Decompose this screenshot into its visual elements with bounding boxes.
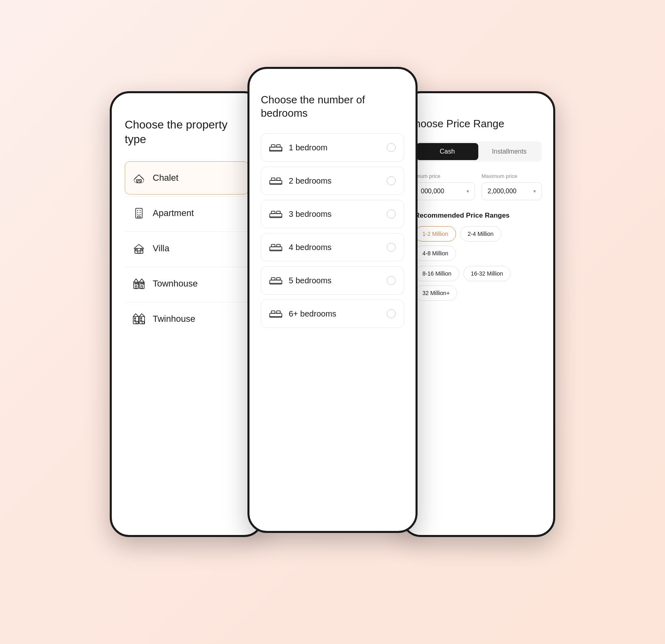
property-item-chalet[interactable]: Chalet bbox=[125, 161, 249, 195]
svg-rect-39 bbox=[277, 211, 280, 214]
svg-rect-20 bbox=[141, 286, 143, 289]
svg-rect-30 bbox=[271, 145, 275, 147]
min-price-label: imum price bbox=[415, 173, 475, 179]
bedroom-count-title: Choose the number of bedrooms bbox=[261, 93, 404, 121]
screen-bedroom-count: Choose the number of bedrooms bbox=[247, 67, 418, 533]
svg-rect-17 bbox=[141, 283, 142, 284]
screens-container: Choose the property type Chalet bbox=[110, 59, 555, 586]
payment-tabs: Cash Installments bbox=[415, 141, 542, 162]
price-tags-row1: 1-2 Million 2-4 Million 4-8 Million bbox=[415, 226, 542, 261]
townhouse-label: Townhouse bbox=[153, 278, 198, 289]
svg-rect-25 bbox=[141, 318, 142, 319]
tab-installments[interactable]: Installments bbox=[478, 143, 540, 160]
max-price-group: Maximum price 2,000,000 ▾ bbox=[482, 173, 542, 200]
svg-rect-27 bbox=[136, 321, 138, 324]
svg-rect-15 bbox=[135, 283, 136, 284]
radio-3[interactable] bbox=[387, 210, 396, 218]
svg-rect-12 bbox=[141, 249, 142, 251]
bedroom-label-1: 1 bedroom bbox=[289, 143, 328, 152]
bed-icon-3 bbox=[269, 209, 282, 219]
svg-rect-51 bbox=[277, 311, 280, 313]
price-tag-4-8m[interactable]: 4-8 Million bbox=[415, 246, 456, 261]
svg-rect-8 bbox=[138, 216, 140, 218]
svg-rect-16 bbox=[137, 283, 138, 284]
apartment-icon bbox=[132, 206, 146, 220]
svg-rect-0 bbox=[136, 180, 141, 183]
bedroom-label-5: 5 bedrooms bbox=[289, 276, 332, 285]
bed-icon-5 bbox=[269, 276, 282, 285]
townhouse-icon bbox=[132, 276, 146, 291]
twinhouse-icon bbox=[132, 312, 146, 326]
price-range-title: hoose Price Range bbox=[415, 118, 542, 130]
property-item-villa[interactable]: Villa bbox=[125, 232, 249, 265]
radio-1[interactable] bbox=[387, 143, 396, 152]
radio-5[interactable] bbox=[387, 276, 396, 285]
bed-icon-6plus bbox=[269, 309, 282, 319]
svg-rect-11 bbox=[136, 249, 137, 251]
radio-2[interactable] bbox=[387, 176, 396, 185]
svg-rect-1 bbox=[136, 208, 142, 218]
svg-rect-35 bbox=[277, 178, 280, 180]
bedroom-label-4: 4 bedrooms bbox=[289, 243, 332, 252]
bed-icon-1 bbox=[269, 143, 282, 152]
min-price-value: 000,000 bbox=[421, 188, 444, 195]
radio-4[interactable] bbox=[387, 243, 396, 252]
chalet-icon bbox=[132, 171, 146, 185]
svg-rect-26 bbox=[141, 320, 142, 321]
property-item-townhouse[interactable]: Townhouse bbox=[125, 267, 249, 300]
price-tag-32m-plus[interactable]: 32 Million+ bbox=[415, 285, 457, 301]
property-type-title: Choose the property type bbox=[125, 118, 249, 147]
svg-rect-28 bbox=[142, 321, 144, 324]
screen-price-range: hoose Price Range Cash Installments imum… bbox=[401, 91, 555, 537]
svg-rect-50 bbox=[271, 311, 275, 313]
svg-rect-38 bbox=[271, 211, 275, 214]
svg-rect-10 bbox=[138, 251, 140, 253]
property-item-apartment[interactable]: Apartment bbox=[125, 197, 249, 230]
bed-icon-4 bbox=[269, 242, 282, 252]
bedroom-item-2[interactable]: 2 bedrooms bbox=[261, 167, 404, 195]
max-price-chevron: ▾ bbox=[533, 188, 536, 194]
bedroom-label-2: 2 bedrooms bbox=[289, 176, 332, 186]
screen-property-type: Choose the property type Chalet bbox=[110, 91, 264, 537]
recommended-title: Recommended Price Ranges bbox=[415, 212, 542, 220]
bedroom-item-5[interactable]: 5 bedrooms bbox=[261, 266, 404, 295]
property-item-twinhouse[interactable]: Twinhouse bbox=[125, 302, 249, 336]
twinhouse-label: Twinhouse bbox=[153, 314, 195, 324]
villa-icon bbox=[132, 241, 146, 256]
price-tags-row2: 8-16 Million 16-32 Million 32 Million+ bbox=[415, 266, 542, 301]
max-price-input[interactable]: 2,000,000 ▾ bbox=[482, 182, 542, 200]
price-tag-16-32m[interactable]: 16-32 Million bbox=[463, 266, 511, 281]
svg-rect-46 bbox=[271, 278, 275, 280]
bedroom-item-3[interactable]: 3 bedrooms bbox=[261, 200, 404, 228]
bedroom-label-3: 3 bedrooms bbox=[289, 210, 332, 219]
min-price-chevron: ▾ bbox=[467, 188, 469, 194]
price-tag-2-4m[interactable]: 2-4 Million bbox=[460, 226, 501, 242]
svg-rect-34 bbox=[271, 178, 275, 180]
min-price-group: imum price 000,000 ▾ bbox=[415, 173, 475, 200]
apartment-label: Apartment bbox=[153, 208, 194, 218]
svg-rect-24 bbox=[134, 320, 136, 321]
svg-rect-18 bbox=[143, 283, 144, 284]
bedroom-item-1[interactable]: 1 bedroom bbox=[261, 133, 404, 162]
tab-cash[interactable]: Cash bbox=[416, 143, 478, 160]
max-price-value: 2,000,000 bbox=[488, 188, 516, 195]
svg-rect-43 bbox=[277, 244, 280, 247]
min-price-input[interactable]: 000,000 ▾ bbox=[415, 182, 475, 200]
bed-icon-2 bbox=[269, 176, 282, 186]
price-inputs-row: imum price 000,000 ▾ Maximum price 2,000… bbox=[415, 173, 542, 200]
svg-rect-31 bbox=[277, 145, 280, 147]
svg-rect-23 bbox=[134, 318, 136, 319]
price-tag-8-16m[interactable]: 8-16 Million bbox=[415, 266, 459, 281]
max-price-label: Maximum price bbox=[482, 173, 542, 179]
bedroom-label-6plus: 6+ bedrooms bbox=[289, 309, 336, 319]
bedroom-item-6plus[interactable]: 6+ bedrooms bbox=[261, 300, 404, 328]
svg-rect-19 bbox=[135, 286, 137, 289]
svg-rect-42 bbox=[271, 244, 275, 247]
price-tag-1-2m[interactable]: 1-2 Million bbox=[415, 226, 456, 242]
bedroom-item-4[interactable]: 4 bedrooms bbox=[261, 233, 404, 261]
villa-label: Villa bbox=[153, 243, 169, 254]
radio-6plus[interactable] bbox=[387, 309, 396, 318]
chalet-label: Chalet bbox=[153, 173, 179, 183]
svg-rect-47 bbox=[277, 278, 280, 280]
